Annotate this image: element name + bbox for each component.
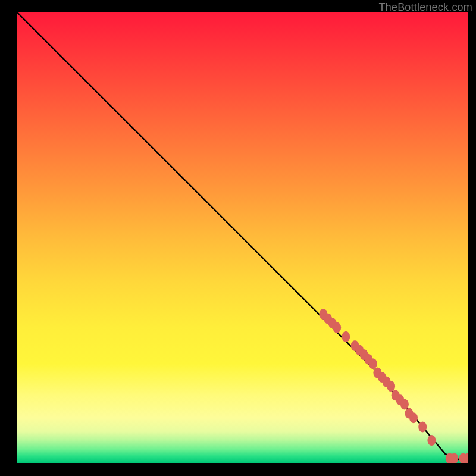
- data-point: [333, 322, 341, 333]
- chart-stage: TheBottleneck.com: [0, 0, 476, 476]
- plot-area: [17, 12, 468, 463]
- data-points: [319, 309, 468, 463]
- data-point: [342, 331, 350, 342]
- data-point: [418, 421, 427, 432]
- plot-svg: [17, 12, 468, 463]
- data-point: [427, 435, 436, 446]
- data-point: [409, 412, 418, 423]
- data-point: [387, 381, 395, 392]
- data-point: [400, 399, 409, 410]
- data-point: [369, 358, 377, 369]
